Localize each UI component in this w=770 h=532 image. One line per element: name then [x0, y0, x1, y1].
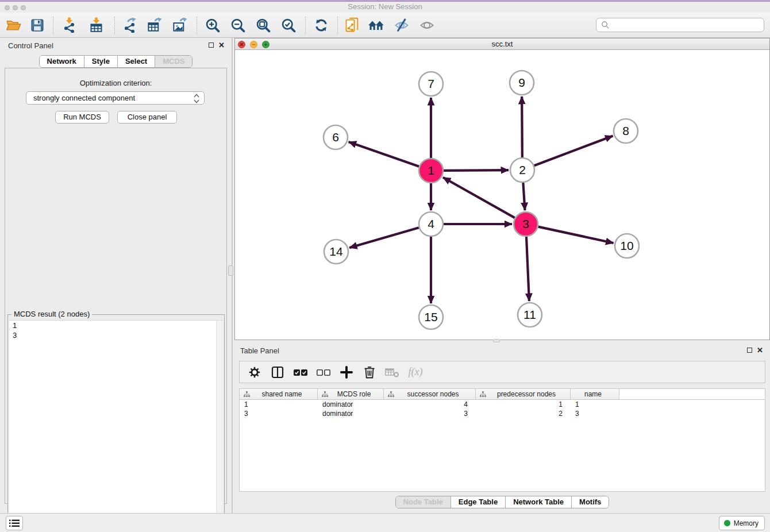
svg-text:2: 2 — [519, 163, 526, 176]
run-mcds-button[interactable]: Run MCDS — [55, 111, 109, 124]
show-columns-icon[interactable] — [270, 365, 286, 380]
toolbar-separator — [337, 17, 338, 34]
svg-text:7: 7 — [428, 77, 434, 90]
table-panel-float-icon[interactable] — [747, 348, 752, 353]
svg-text:10: 10 — [620, 239, 633, 252]
table-row[interactable]: 3dominator323 — [240, 409, 765, 418]
control-panel-close-icon[interactable]: ✕ — [218, 42, 225, 48]
task-history-button[interactable] — [6, 516, 23, 530]
column-header-MCDS-role[interactable]: MCDS role — [318, 389, 384, 399]
import-table-icon[interactable] — [87, 17, 105, 34]
delete-table-icon-disabled — [384, 365, 401, 380]
tab-style[interactable]: Style — [84, 56, 118, 67]
edge-2-9[interactable] — [522, 97, 522, 157]
network-view-window: scc.txt ✕ − + 1234678910111415 — [234, 38, 770, 340]
table-row[interactable]: 1dominator411 — [240, 400, 765, 409]
network-canvas[interactable]: 1234678910111415 — [235, 50, 769, 340]
export-network-icon[interactable] — [121, 17, 138, 34]
graph-node-8[interactable]: 8 — [614, 119, 638, 143]
delete-column-trash-icon[interactable] — [361, 365, 378, 380]
import-network-icon[interactable] — [60, 17, 78, 34]
hide-selected-icon[interactable] — [393, 17, 410, 34]
graph-node-3[interactable]: 3 — [514, 212, 538, 236]
criterion-dropdown[interactable]: strongly connected component — [26, 91, 205, 105]
horizontal-splitter-handle[interactable] — [493, 339, 500, 342]
network-close-button[interactable]: ✕ — [238, 41, 245, 48]
export-table-icon[interactable] — [145, 17, 163, 34]
new-network-from-selection-icon[interactable] — [344, 17, 361, 34]
edge-3-10[interactable] — [538, 227, 614, 243]
graph-node-4[interactable]: 4 — [419, 212, 443, 236]
tab-mcds[interactable]: MCDS — [155, 56, 192, 67]
edge-1-2[interactable] — [444, 170, 509, 171]
export-image-icon[interactable] — [171, 17, 188, 34]
open-session-icon[interactable] — [5, 17, 22, 34]
create-column-icon[interactable] — [338, 365, 355, 380]
result-scrollbar[interactable] — [216, 321, 223, 531]
edge-2-3[interactable] — [523, 183, 525, 210]
edge-2-8[interactable] — [534, 136, 613, 165]
svg-text:1: 1 — [428, 164, 434, 177]
graph-node-10[interactable]: 10 — [615, 234, 639, 258]
zoom-selected-icon[interactable] — [280, 17, 297, 34]
dropdown-stepper-icon — [193, 94, 200, 103]
svg-text:4: 4 — [428, 217, 434, 230]
zoom-out-icon[interactable] — [229, 17, 247, 34]
save-session-icon[interactable] — [29, 17, 46, 34]
control-panel: Control Panel ✕ NetworkStyleSelectMCDS O… — [0, 38, 232, 513]
window-title: Session: New Session — [0, 2, 770, 11]
tab-motifs[interactable]: Motifs — [572, 496, 609, 508]
function-builder-icon-disabled: f(x) — [407, 365, 424, 380]
tab-network[interactable]: Network — [40, 56, 84, 67]
edge-1-6[interactable] — [349, 142, 419, 167]
mcds-result-title: MCDS result (2 nodes) — [11, 310, 92, 318]
control-panel-title: Control Panel — [8, 41, 53, 50]
table-settings-gear-icon[interactable] — [247, 365, 263, 380]
graph-node-11[interactable]: 11 — [518, 303, 542, 327]
tab-node-table[interactable]: Node Table — [396, 496, 451, 508]
graph-node-2[interactable]: 2 — [510, 158, 534, 182]
column-header-predecessor-nodes[interactable]: predecessor nodes — [476, 389, 571, 399]
select-all-icon[interactable] — [292, 365, 309, 380]
graph-node-7[interactable]: 7 — [419, 72, 443, 96]
table-panel-close-icon[interactable]: ✕ — [757, 347, 763, 353]
zoom-in-icon[interactable] — [204, 17, 221, 34]
control-panel-float-icon[interactable] — [209, 43, 214, 48]
svg-text:9: 9 — [518, 76, 525, 89]
svg-text:14: 14 — [329, 245, 343, 258]
edge-4-14[interactable] — [349, 228, 419, 248]
vertical-splitter-handle[interactable] — [228, 265, 233, 276]
search-input[interactable] — [610, 19, 764, 31]
optimization-criterion-label: Optimization criterion: — [5, 79, 226, 87]
network-minimize-button[interactable]: − — [250, 41, 257, 48]
graph-node-9[interactable]: 9 — [510, 71, 534, 95]
edge-3-1[interactable] — [443, 178, 515, 218]
deselect-all-icon[interactable] — [315, 365, 332, 380]
graph-node-6[interactable]: 6 — [324, 125, 348, 149]
edge-3-11[interactable] — [526, 237, 529, 301]
toolbar-search-field[interactable] — [596, 18, 764, 32]
application-window: Session: New Session — [0, 0, 770, 532]
graph-node-14[interactable]: 14 — [324, 240, 348, 264]
network-maximize-button[interactable]: + — [262, 41, 270, 48]
mcds-result-line: 1 — [9, 321, 223, 330]
zoom-fit-icon[interactable] — [255, 17, 272, 34]
first-neighbors-icon[interactable] — [368, 17, 385, 34]
tab-edge-table[interactable]: Edge Table — [451, 496, 506, 508]
tab-network-table[interactable]: Network Table — [506, 496, 572, 508]
refresh-layout-icon[interactable] — [313, 17, 330, 34]
svg-text:6: 6 — [332, 130, 339, 144]
status-bar: Memory — [0, 513, 770, 532]
memory-button[interactable]: Memory — [719, 516, 765, 530]
svg-text:3: 3 — [522, 217, 529, 230]
column-header-successor-nodes[interactable]: successor nodes — [384, 389, 476, 399]
column-header-shared-name[interactable]: shared name — [240, 389, 318, 399]
network-window-titlebar[interactable]: scc.txt ✕ − + — [235, 38, 769, 50]
tab-select[interactable]: Select — [118, 56, 155, 67]
graph-node-1[interactable]: 1 — [419, 159, 443, 183]
graph-node-15[interactable]: 15 — [419, 305, 443, 329]
control-panel-tabs: NetworkStyleSelectMCDS — [39, 55, 193, 68]
column-header-name[interactable]: name — [571, 389, 619, 399]
mcds-result-list[interactable]: 13 — [9, 320, 223, 531]
close-panel-button[interactable]: Close panel — [117, 111, 177, 124]
